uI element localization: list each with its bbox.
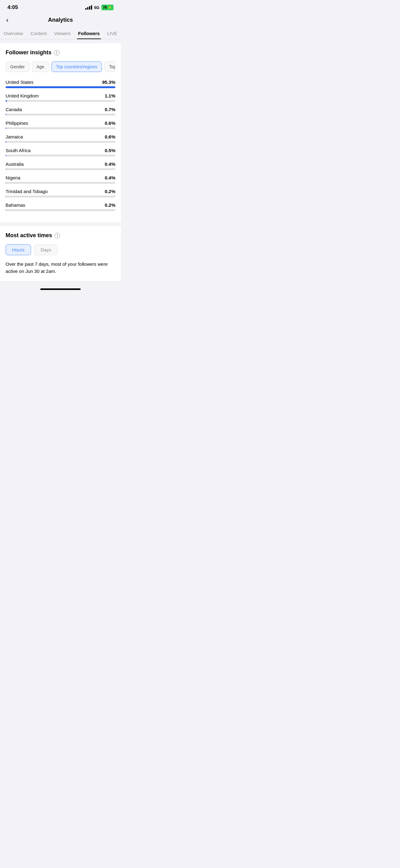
country-pct: 0.6%: [105, 120, 115, 126]
country-header: Philippines 0.6%: [6, 120, 115, 126]
country-header: Trinidad and Tobago 0.2%: [6, 189, 115, 194]
country-header: Jamaica 0.6%: [6, 134, 115, 140]
country-name: South Africa: [6, 148, 31, 153]
follower-insights-card: Follower insights i Gender Age Top count…: [0, 43, 121, 222]
country-pct: 95.3%: [102, 80, 115, 85]
progress-fill: [6, 127, 6, 129]
country-list: United States 95.3% United Kingdom 1.1% …: [6, 80, 115, 211]
country-row: Jamaica 0.6%: [6, 134, 115, 143]
country-row: Trinidad and Tobago 0.2%: [6, 189, 115, 197]
filter-top-countries[interactable]: Top countries/regions: [52, 61, 102, 72]
progress-track: [6, 114, 115, 116]
country-header: Bahamas 0.2%: [6, 203, 115, 208]
country-row: Australia 0.4%: [6, 161, 115, 170]
country-header: Canada 0.7%: [6, 107, 115, 112]
active-times-description: Over the past 7 days, most of your follo…: [6, 261, 115, 275]
header: ‹ Analytics: [0, 13, 121, 26]
country-header: South Africa 0.5%: [6, 148, 115, 153]
filter-buttons: Gender Age Top countries/regions Top cit…: [6, 61, 115, 72]
progress-track: [6, 182, 115, 184]
progress-fill: [6, 155, 6, 156]
tab-followers[interactable]: Followers: [77, 28, 101, 39]
country-pct: 0.5%: [105, 148, 115, 153]
filter-days[interactable]: Days: [34, 244, 58, 255]
back-button[interactable]: ‹: [6, 16, 8, 24]
country-row: United States 95.3%: [6, 80, 115, 88]
country-name: Canada: [6, 107, 22, 112]
country-name: Bahamas: [6, 203, 25, 208]
country-row: Canada 0.7%: [6, 107, 115, 116]
country-header: United States 95.3%: [6, 80, 115, 85]
country-row: Bahamas 0.2%: [6, 203, 115, 211]
filter-age[interactable]: Age: [32, 61, 49, 72]
tab-content[interactable]: Content: [29, 28, 48, 39]
nav-tabs: Overview Content Viewers Followers LIVE: [0, 26, 121, 39]
tab-overview[interactable]: Overview: [2, 28, 25, 39]
network-indicator: 5G: [94, 5, 99, 10]
progress-track: [6, 100, 115, 102]
battery-indicator: 76 ⚡: [101, 5, 113, 10]
country-row: Philippines 0.6%: [6, 120, 115, 129]
status-right: 5G 76 ⚡: [85, 5, 113, 10]
follower-insights-title: Follower insights i: [6, 49, 115, 56]
country-pct: 0.2%: [105, 203, 115, 208]
progress-track: [6, 141, 115, 143]
active-times-info-icon[interactable]: i: [55, 233, 60, 239]
country-name: Nigeria: [6, 175, 21, 180]
country-pct: 0.4%: [105, 175, 115, 180]
tab-live[interactable]: LIVE: [106, 28, 119, 39]
filter-gender[interactable]: Gender: [6, 61, 29, 72]
country-name: Jamaica: [6, 134, 23, 140]
home-indicator: [0, 285, 121, 292]
filter-hours[interactable]: Hours: [6, 244, 31, 255]
main-content: Follower insights i Gender Age Top count…: [0, 43, 121, 281]
progress-track: [6, 155, 115, 156]
progress-track: [6, 127, 115, 129]
country-row: South Africa 0.5%: [6, 148, 115, 156]
country-pct: 0.6%: [105, 134, 115, 140]
info-icon[interactable]: i: [54, 50, 60, 56]
signal-icon: [85, 5, 92, 10]
tab-viewers[interactable]: Viewers: [53, 28, 72, 39]
country-pct: 1.1%: [105, 93, 115, 98]
country-name: Australia: [6, 161, 24, 167]
most-active-times-card: Most active times i Hours Days Over the …: [0, 226, 121, 281]
status-bar: 4:05 5G 76 ⚡: [0, 0, 121, 13]
progress-track: [6, 168, 115, 170]
country-name: Philippines: [6, 120, 28, 126]
progress-track: [6, 86, 115, 88]
progress-fill: [6, 141, 6, 143]
country-pct: 0.7%: [105, 107, 115, 112]
country-pct: 0.2%: [105, 189, 115, 194]
country-name: Trinidad and Tobago: [6, 189, 48, 194]
country-name: United States: [6, 80, 33, 85]
filter-top-cities[interactable]: Top cities: [104, 61, 115, 72]
home-bar: [40, 288, 80, 290]
progress-fill: [6, 86, 115, 88]
country-header: Nigeria 0.4%: [6, 175, 115, 180]
progress-track: [6, 209, 115, 211]
country-header: United Kingdom 1.1%: [6, 93, 115, 98]
progress-fill: [6, 100, 7, 102]
country-row: United Kingdom 1.1%: [6, 93, 115, 102]
country-header: Australia 0.4%: [6, 161, 115, 167]
country-pct: 0.4%: [105, 161, 115, 167]
most-active-times-title: Most active times i: [6, 232, 115, 239]
progress-track: [6, 195, 115, 197]
country-name: United Kingdom: [6, 93, 39, 98]
charging-icon: ⚡: [108, 6, 112, 10]
country-row: Nigeria 0.4%: [6, 175, 115, 184]
status-time: 4:05: [7, 4, 18, 10]
active-time-filters: Hours Days: [6, 244, 115, 255]
progress-fill: [6, 114, 6, 116]
page-title: Analytics: [48, 17, 73, 23]
